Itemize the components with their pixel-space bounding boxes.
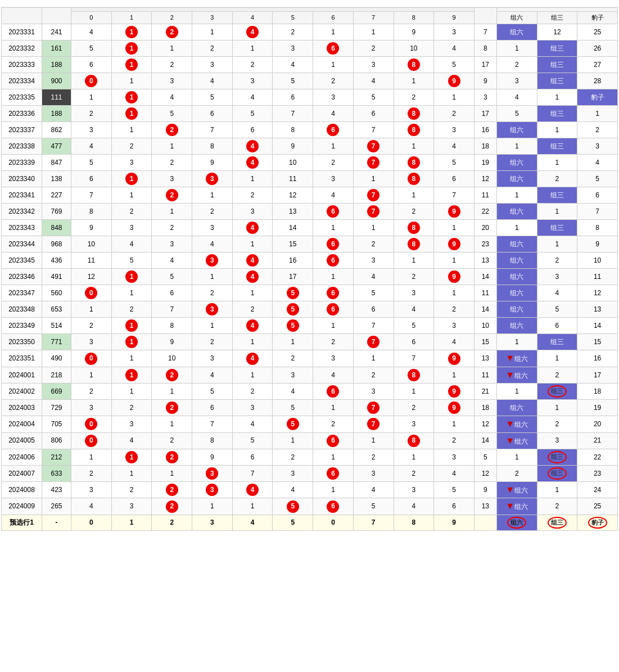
red-circle: 5 <box>287 319 299 332</box>
cell-digit-5: 3 <box>273 367 313 383</box>
red-circle: 4 <box>246 222 259 234</box>
cell-digit-7: 3 <box>353 465 394 481</box>
red-circle: 3 <box>206 467 218 480</box>
red-circle: 6 <box>327 303 339 315</box>
cell-digit-5: 15 <box>273 236 313 252</box>
cell-digit-8: 8 <box>394 220 434 236</box>
red-circle: 6 <box>327 42 339 55</box>
cell-z3: 组三 <box>537 106 577 122</box>
cell-digit-3: 3 <box>192 171 233 187</box>
red-circle: 5 <box>287 500 299 513</box>
cell-digit-3: 1 <box>192 269 233 285</box>
cell-digit-0: 1 <box>71 89 112 106</box>
cell-sum: 5 <box>474 449 496 465</box>
cell-digit-7: 3 <box>353 57 394 73</box>
cell-digit-9: 1 <box>434 416 475 432</box>
red-circle: 9 <box>448 238 460 250</box>
cell-digit-6: 1 <box>313 57 354 73</box>
cell-digit-6: 1 <box>313 220 354 236</box>
red-circle: 8 <box>408 369 420 381</box>
cell-prize: 771 <box>42 334 71 350</box>
cell-digit-4: 4 <box>232 350 273 367</box>
footer-row: 预选行1-0123450789组六组三豹子 <box>2 515 618 530</box>
cell-digit-0: 2 <box>71 384 112 400</box>
cell-digit-0: 6 <box>71 171 112 187</box>
cell-digit-1: 2 <box>111 301 152 318</box>
cell-z6: 组六 <box>496 285 537 301</box>
red-circle: 7 <box>367 140 379 152</box>
cell-digit-1: 1 <box>111 40 152 57</box>
cell-sum: 10 <box>474 318 496 334</box>
cell-period: 2024001 <box>2 367 42 383</box>
cell-digit-8: 8 <box>394 122 434 138</box>
red-circle: 1 <box>125 270 138 283</box>
cell-digit-1: 1 <box>111 334 152 350</box>
cell-digit-6: 4 <box>313 106 354 122</box>
cell-digit-5: 5 <box>273 285 313 301</box>
cell-digit-1: 2 <box>111 400 152 416</box>
cell-digit-8: 1 <box>394 187 434 204</box>
red-circle: 6 <box>327 435 339 447</box>
cell-digit-1: 1 <box>111 187 152 204</box>
cell-digit-6: 6 <box>313 236 354 252</box>
cell-z6: ▼组六 <box>496 498 537 515</box>
table-row: 202400842332234414359▼组六124 <box>2 481 618 498</box>
cell-digit-5: 10 <box>273 155 313 171</box>
cell-period: 2024006 <box>2 449 42 465</box>
cell-bz: 4 <box>577 155 618 171</box>
cell-digit-3: 2 <box>192 40 233 57</box>
table-row: 2024003729322635172918组六119 <box>2 400 618 416</box>
cell-digit-7: 7 <box>353 204 394 220</box>
cell-digit-8: 6 <box>394 334 434 350</box>
cell-bz: 11 <box>577 269 618 285</box>
cell-digit-1: 3 <box>111 155 152 171</box>
red-circle: 0 <box>85 287 97 299</box>
cell-digit-3: 2 <box>192 204 233 220</box>
cell-digit-4: 2 <box>232 57 273 73</box>
cell-digit-5: 5 <box>273 73 313 89</box>
red-circle: 1 <box>125 107 138 120</box>
cell-z6: 1 <box>496 40 537 57</box>
red-circle: 8 <box>408 238 420 250</box>
cell-digit-7: 3 <box>353 252 394 269</box>
cell-digit-3: 3 <box>192 57 233 73</box>
red-circle: 5 <box>287 418 299 430</box>
col-sub-6: 6 <box>313 12 354 24</box>
cell-sum: 3 <box>474 89 496 106</box>
cell-digit-9: 5 <box>434 481 475 498</box>
cell-digit-0: 0 <box>71 73 112 89</box>
table-row: 202334649112151417142914组六311 <box>2 269 618 285</box>
cell-digit-9: 3 <box>434 449 475 465</box>
cell-digit-1: 2 <box>111 204 152 220</box>
cell-prize: 423 <box>42 481 71 498</box>
cell-bz: 3 <box>577 138 618 155</box>
cell-period: 2023345 <box>2 252 42 269</box>
red-circle: 1 <box>125 173 138 185</box>
cell-digit-3: 3 <box>192 481 233 498</box>
cell-bz: 17 <box>577 367 618 383</box>
cell-bz: 6 <box>577 187 618 204</box>
cell-digit-1: 5 <box>111 252 152 269</box>
cell-digit-8: 8 <box>394 236 434 252</box>
cell-prize: 848 <box>42 220 71 236</box>
cell-digit-7: 7 <box>353 400 394 416</box>
table-row: 2024009265432115654613▼组六225 <box>2 498 618 515</box>
cell-digit-0: 4 <box>71 138 112 155</box>
cell-bz: 22 <box>577 449 618 465</box>
cell-z6: 组六 <box>496 269 537 285</box>
cell-digit-8: 2 <box>394 89 434 106</box>
cell-prize: 188 <box>42 57 71 73</box>
cell-digit-6: 6 <box>313 465 354 481</box>
cell-digit-9: 2 <box>434 301 475 318</box>
cell-digit-6: 3 <box>313 171 354 187</box>
table-row: 20233427698212313672922组六17 <box>2 204 618 220</box>
cell-digit-5: 2 <box>273 24 313 40</box>
cell-digit-6: 2 <box>313 73 354 89</box>
cell-bz: 23 <box>577 465 618 481</box>
footer-digit-4: 4 <box>232 515 273 530</box>
cell-period: 2023344 <box>2 236 42 252</box>
table-row: 2023347560016215653111组六412 <box>2 285 618 301</box>
cell-digit-5: 3 <box>273 465 313 481</box>
table-row: 202334384893234141181201组三8 <box>2 220 618 236</box>
cell-digit-9: 1 <box>434 220 475 236</box>
